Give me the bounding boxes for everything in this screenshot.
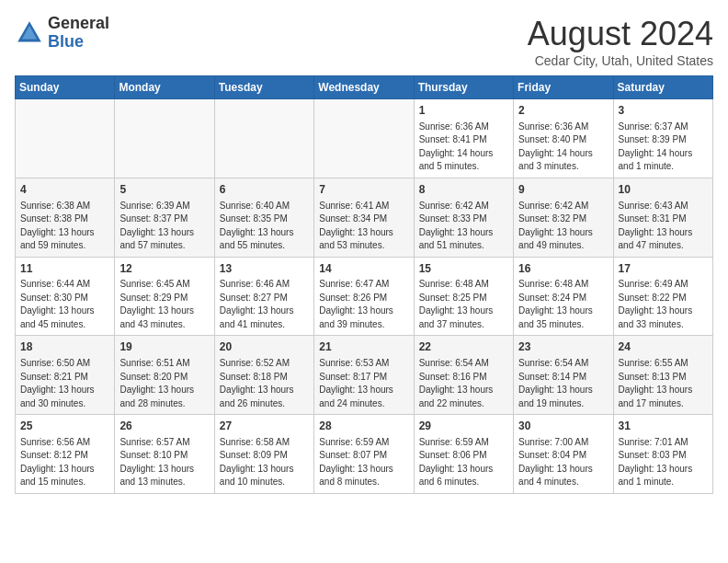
calendar-cell: 3Sunrise: 6:37 AM Sunset: 8:39 PM Daylig… bbox=[613, 99, 712, 178]
calendar-cell: 2Sunrise: 6:36 AM Sunset: 8:40 PM Daylig… bbox=[514, 99, 613, 178]
calendar-cell: 26Sunrise: 6:57 AM Sunset: 8:10 PM Dayli… bbox=[115, 415, 214, 494]
calendar-cell: 31Sunrise: 7:01 AM Sunset: 8:03 PM Dayli… bbox=[613, 415, 712, 494]
calendar-cell: 27Sunrise: 6:58 AM Sunset: 8:09 PM Dayli… bbox=[214, 415, 313, 494]
day-info: Sunrise: 6:36 AM Sunset: 8:40 PM Dayligh… bbox=[518, 121, 608, 174]
day-info: Sunrise: 6:55 AM Sunset: 8:13 PM Dayligh… bbox=[619, 357, 708, 410]
day-info: Sunrise: 6:54 AM Sunset: 8:16 PM Dayligh… bbox=[419, 357, 508, 410]
calendar-cell: 13Sunrise: 6:46 AM Sunset: 8:27 PM Dayli… bbox=[214, 257, 313, 336]
logo-blue-text: Blue bbox=[48, 33, 109, 52]
day-number: 3 bbox=[619, 103, 708, 119]
day-number: 8 bbox=[419, 182, 508, 198]
day-number: 13 bbox=[220, 261, 309, 277]
calendar-cell: 29Sunrise: 6:59 AM Sunset: 8:06 PM Dayli… bbox=[414, 415, 513, 494]
day-number: 30 bbox=[518, 419, 608, 434]
day-info: Sunrise: 6:50 AM Sunset: 8:21 PM Dayligh… bbox=[20, 357, 109, 410]
day-info: Sunrise: 6:38 AM Sunset: 8:38 PM Dayligh… bbox=[20, 200, 109, 253]
calendar-cell: 7Sunrise: 6:41 AM Sunset: 8:34 PM Daylig… bbox=[314, 178, 414, 257]
calendar-cell: 16Sunrise: 6:48 AM Sunset: 8:24 PM Dayli… bbox=[514, 257, 613, 336]
day-info: Sunrise: 6:41 AM Sunset: 8:34 PM Dayligh… bbox=[319, 200, 408, 253]
weekday-header-friday: Friday bbox=[514, 76, 613, 99]
weekday-header-monday: Monday bbox=[115, 76, 214, 99]
weekday-header-saturday: Saturday bbox=[613, 76, 712, 99]
location: Cedar City, Utah, United States bbox=[528, 53, 713, 68]
calendar-cell: 24Sunrise: 6:55 AM Sunset: 8:13 PM Dayli… bbox=[613, 336, 712, 415]
calendar-cell: 14Sunrise: 6:47 AM Sunset: 8:26 PM Dayli… bbox=[314, 257, 414, 336]
calendar-week-row: 18Sunrise: 6:50 AM Sunset: 8:21 PM Dayli… bbox=[16, 336, 713, 415]
calendar-cell: 25Sunrise: 6:56 AM Sunset: 8:12 PM Dayli… bbox=[16, 415, 115, 494]
day-info: Sunrise: 6:45 AM Sunset: 8:29 PM Dayligh… bbox=[119, 278, 209, 331]
logo: General Blue bbox=[15, 15, 109, 52]
calendar-cell: 19Sunrise: 6:51 AM Sunset: 8:20 PM Dayli… bbox=[115, 336, 214, 415]
calendar-table: SundayMondayTuesdayWednesdayThursdayFrid… bbox=[15, 75, 713, 494]
calendar-cell: 4Sunrise: 6:38 AM Sunset: 8:38 PM Daylig… bbox=[16, 178, 115, 257]
calendar-cell: 8Sunrise: 6:42 AM Sunset: 8:33 PM Daylig… bbox=[414, 178, 513, 257]
day-number: 20 bbox=[220, 339, 309, 355]
calendar-cell: 28Sunrise: 6:59 AM Sunset: 8:07 PM Dayli… bbox=[314, 415, 414, 494]
weekday-header-sunday: Sunday bbox=[16, 76, 115, 99]
day-number: 29 bbox=[419, 419, 508, 434]
day-info: Sunrise: 6:36 AM Sunset: 8:41 PM Dayligh… bbox=[419, 121, 508, 174]
calendar-week-row: 4Sunrise: 6:38 AM Sunset: 8:38 PM Daylig… bbox=[16, 178, 713, 257]
calendar-cell bbox=[16, 99, 115, 178]
day-info: Sunrise: 6:46 AM Sunset: 8:27 PM Dayligh… bbox=[220, 278, 309, 331]
day-info: Sunrise: 6:53 AM Sunset: 8:17 PM Dayligh… bbox=[319, 357, 408, 410]
day-info: Sunrise: 6:56 AM Sunset: 8:12 PM Dayligh… bbox=[20, 436, 109, 489]
day-number: 14 bbox=[319, 261, 408, 277]
day-info: Sunrise: 6:51 AM Sunset: 8:20 PM Dayligh… bbox=[119, 357, 209, 410]
day-number: 11 bbox=[20, 261, 109, 277]
day-number: 15 bbox=[419, 261, 508, 277]
calendar-header-row: SundayMondayTuesdayWednesdayThursdayFrid… bbox=[16, 76, 713, 99]
day-number: 1 bbox=[419, 103, 508, 119]
calendar-cell bbox=[314, 99, 414, 178]
day-number: 6 bbox=[220, 182, 309, 198]
calendar-cell: 15Sunrise: 6:48 AM Sunset: 8:25 PM Dayli… bbox=[414, 257, 513, 336]
logo-icon bbox=[15, 18, 44, 48]
calendar-cell: 10Sunrise: 6:43 AM Sunset: 8:31 PM Dayli… bbox=[613, 178, 712, 257]
logo-text: General Blue bbox=[48, 15, 109, 52]
day-number: 25 bbox=[20, 419, 109, 434]
day-number: 7 bbox=[319, 182, 408, 198]
calendar-cell: 23Sunrise: 6:54 AM Sunset: 8:14 PM Dayli… bbox=[514, 336, 613, 415]
calendar-week-row: 11Sunrise: 6:44 AM Sunset: 8:30 PM Dayli… bbox=[16, 257, 713, 336]
calendar-cell: 21Sunrise: 6:53 AM Sunset: 8:17 PM Dayli… bbox=[314, 336, 414, 415]
day-info: Sunrise: 7:01 AM Sunset: 8:03 PM Dayligh… bbox=[619, 436, 708, 489]
calendar-cell: 22Sunrise: 6:54 AM Sunset: 8:16 PM Dayli… bbox=[414, 336, 513, 415]
weekday-header-wednesday: Wednesday bbox=[314, 76, 414, 99]
day-info: Sunrise: 6:57 AM Sunset: 8:10 PM Dayligh… bbox=[119, 436, 209, 489]
calendar-cell: 30Sunrise: 7:00 AM Sunset: 8:04 PM Dayli… bbox=[514, 415, 613, 494]
day-number: 12 bbox=[119, 261, 209, 277]
day-number: 22 bbox=[419, 339, 508, 355]
day-number: 2 bbox=[518, 103, 608, 119]
day-number: 23 bbox=[518, 339, 608, 355]
calendar-cell: 17Sunrise: 6:49 AM Sunset: 8:22 PM Dayli… bbox=[613, 257, 712, 336]
day-number: 27 bbox=[220, 419, 309, 434]
calendar-cell: 5Sunrise: 6:39 AM Sunset: 8:37 PM Daylig… bbox=[115, 178, 214, 257]
day-number: 16 bbox=[518, 261, 608, 277]
day-number: 26 bbox=[119, 419, 209, 434]
day-info: Sunrise: 6:42 AM Sunset: 8:32 PM Dayligh… bbox=[518, 200, 608, 253]
day-info: Sunrise: 6:59 AM Sunset: 8:06 PM Dayligh… bbox=[419, 436, 508, 489]
day-number: 10 bbox=[619, 182, 708, 198]
weekday-header-thursday: Thursday bbox=[414, 76, 513, 99]
day-info: Sunrise: 6:39 AM Sunset: 8:37 PM Dayligh… bbox=[119, 200, 209, 253]
day-number: 9 bbox=[518, 182, 608, 198]
day-info: Sunrise: 7:00 AM Sunset: 8:04 PM Dayligh… bbox=[518, 436, 608, 489]
calendar-cell bbox=[214, 99, 313, 178]
day-info: Sunrise: 6:40 AM Sunset: 8:35 PM Dayligh… bbox=[220, 200, 309, 253]
calendar-cell: 12Sunrise: 6:45 AM Sunset: 8:29 PM Dayli… bbox=[115, 257, 214, 336]
calendar-cell: 18Sunrise: 6:50 AM Sunset: 8:21 PM Dayli… bbox=[16, 336, 115, 415]
day-info: Sunrise: 6:42 AM Sunset: 8:33 PM Dayligh… bbox=[419, 200, 508, 253]
day-number: 24 bbox=[619, 339, 708, 355]
day-info: Sunrise: 6:47 AM Sunset: 8:26 PM Dayligh… bbox=[319, 278, 408, 331]
logo-general-text: General bbox=[48, 15, 109, 33]
day-number: 31 bbox=[619, 419, 708, 434]
calendar-cell: 11Sunrise: 6:44 AM Sunset: 8:30 PM Dayli… bbox=[16, 257, 115, 336]
calendar-cell: 6Sunrise: 6:40 AM Sunset: 8:35 PM Daylig… bbox=[214, 178, 313, 257]
day-info: Sunrise: 6:58 AM Sunset: 8:09 PM Dayligh… bbox=[220, 436, 309, 489]
day-info: Sunrise: 6:48 AM Sunset: 8:24 PM Dayligh… bbox=[518, 278, 608, 331]
calendar-cell: 20Sunrise: 6:52 AM Sunset: 8:18 PM Dayli… bbox=[214, 336, 313, 415]
calendar-cell bbox=[115, 99, 214, 178]
title-block: August 2024 Cedar City, Utah, United Sta… bbox=[528, 15, 713, 68]
day-info: Sunrise: 6:44 AM Sunset: 8:30 PM Dayligh… bbox=[20, 278, 109, 331]
day-info: Sunrise: 6:49 AM Sunset: 8:22 PM Dayligh… bbox=[619, 278, 708, 331]
